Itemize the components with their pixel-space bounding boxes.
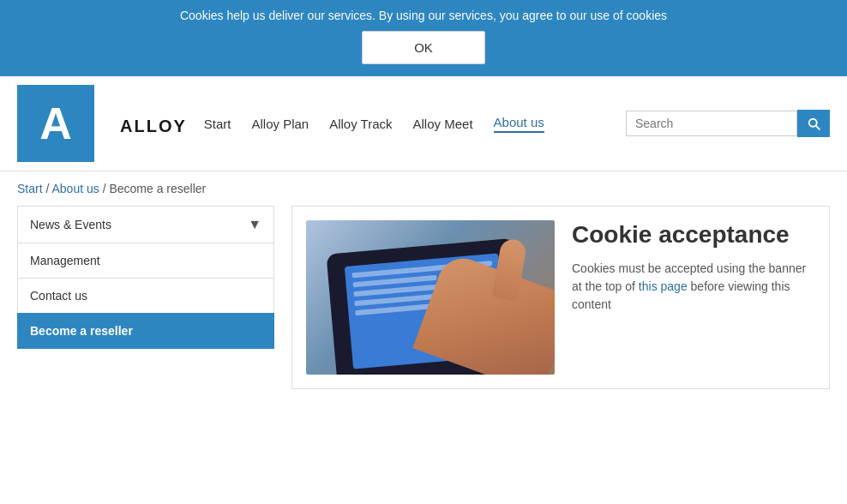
search-area [626,110,830,137]
sidebar: News & Events ▼ Management Contact us Be… [17,206,274,389]
content-title: Cookie acceptance [572,220,815,249]
search-input[interactable] [626,111,797,136]
breadcrumb-current: Become a reseller [109,182,206,195]
sidebar-item-news-events[interactable]: News & Events ▼ [17,206,274,243]
content-image [306,220,555,375]
content-description: Cookies must be accepted using the banne… [572,260,815,314]
header: A ALLOY Start Alloy Plan Alloy Track All… [0,76,847,171]
logo-letter: A [39,101,72,146]
sidebar-item-contact-us[interactable]: Contact us [17,278,274,313]
search-icon [806,116,821,131]
nav-start[interactable]: Start [204,117,231,131]
content-text: Cookie acceptance Cookies must be accept… [572,220,815,314]
sidebar-item-management[interactable]: Management [17,243,274,278]
nav-alloy-plan[interactable]: Alloy Plan [251,117,309,131]
sidebar-label-become-reseller: Become a reseller [30,324,133,338]
breadcrumb-start[interactable]: Start [17,182,43,195]
main-nav: Start Alloy Plan Alloy Track Alloy Meet … [204,115,626,133]
breadcrumb-about-us[interactable]: About us [51,182,99,195]
content-link[interactable]: this page [639,279,688,293]
nav-alloy-track[interactable]: Alloy Track [329,117,392,131]
content-area: Cookie acceptance Cookies must be accept… [291,206,830,389]
cookie-banner: Cookies help us deliver our services. By… [0,0,847,76]
sidebar-item-become-reseller[interactable]: Become a reseller [17,313,274,349]
sidebar-label-management: Management [30,254,100,267]
cookie-message: Cookies help us deliver our services. By… [17,9,830,22]
ok-button[interactable]: OK [362,31,485,64]
nav-about-us[interactable]: About us [494,115,544,133]
sidebar-label-news-events: News & Events [30,218,111,231]
main-content: News & Events ▼ Management Contact us Be… [0,206,847,406]
sidebar-label-contact-us: Contact us [30,289,87,303]
chevron-down-icon: ▼ [248,217,261,232]
search-button[interactable] [797,110,830,137]
logo-text: ALLOY [120,117,187,136]
nav-alloy-meet[interactable]: Alloy Meet [413,117,473,131]
breadcrumb: Start / About us / Become a reseller [0,171,847,206]
logo[interactable]: A [17,85,94,162]
